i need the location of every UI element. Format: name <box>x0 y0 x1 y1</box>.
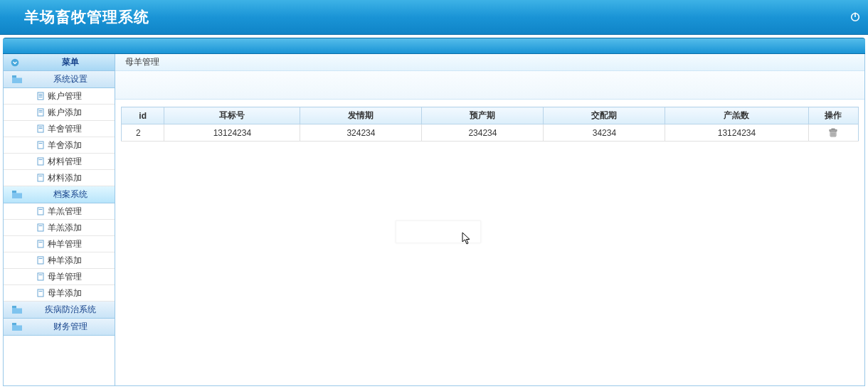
content-toolbar <box>115 71 864 100</box>
svg-rect-31 <box>38 289 43 297</box>
sidebar-cat-system[interactable]: 系统设置 <box>4 71 115 88</box>
sidebar-item-label: 种羊添加 <box>48 255 82 267</box>
cell-lamb: 13124234 <box>665 124 808 142</box>
content-panel: 母羊管理 id 耳标号 发情期 预产期 交配期 产羔数 操作 <box>115 54 865 386</box>
power-icon[interactable] <box>850 11 861 25</box>
sidebar-item-label: 账户添加 <box>48 107 82 119</box>
col-ear[interactable]: 耳标号 <box>164 107 300 124</box>
sidebar-item-label: 羊舍管理 <box>48 123 82 135</box>
svg-rect-23 <box>38 224 43 231</box>
svg-rect-27 <box>38 257 43 264</box>
doc-icon <box>36 124 45 133</box>
sidebar-item-material-add[interactable]: 材料添加 <box>4 170 115 186</box>
sidebar-item-ewe-add[interactable]: 母羊添加 <box>4 285 115 302</box>
doc-icon <box>36 256 45 265</box>
sidebar-item-shed-manage[interactable]: 羊舍管理 <box>4 121 115 137</box>
folder-icon <box>12 306 22 314</box>
sidebar-item-label: 羊羔管理 <box>48 206 82 218</box>
sidebar-cat-label: 疾病防治系统 <box>26 304 115 316</box>
cell-id: 2 <box>122 124 164 142</box>
table-wrap: id 耳标号 发情期 预产期 交配期 产羔数 操作 2 13124234 324… <box>115 100 864 149</box>
svg-rect-21 <box>38 208 43 215</box>
doc-icon <box>36 207 45 215</box>
menu-header-label: 菜单 <box>26 56 115 68</box>
content-header: 母羊管理 <box>115 54 864 71</box>
sidebar-cat-label: 系统设置 <box>26 73 115 85</box>
sidebar-item-label: 材料管理 <box>48 156 82 168</box>
folder-icon <box>12 75 22 84</box>
sidebar: 菜单 系统设置 账户管理 账户添加 羊舍管理 羊舍添加 材料管理 <box>3 54 115 386</box>
sidebar-cat-disease[interactable]: 疾病防治系统 <box>4 302 115 319</box>
folder-icon <box>12 191 22 199</box>
sidebar-item-label: 种羊管理 <box>48 238 82 250</box>
app-header: 羊场畜牧管理系统 <box>0 0 868 35</box>
doc-icon <box>36 240 45 248</box>
menu-header[interactable]: 菜单 <box>4 54 115 71</box>
doc-icon <box>36 108 45 117</box>
sidebar-item-stud-add[interactable]: 种羊添加 <box>4 252 115 269</box>
sidebar-item-lamb-add[interactable]: 羊羔添加 <box>4 220 115 236</box>
doc-icon <box>36 272 45 281</box>
table-row[interactable]: 2 13124234 324234 234234 34234 13124234 <box>122 124 859 142</box>
svg-rect-34 <box>12 323 16 325</box>
doc-icon <box>36 157 45 166</box>
col-action[interactable]: 操作 <box>808 107 858 124</box>
svg-rect-16 <box>38 158 43 165</box>
col-mate[interactable]: 交配期 <box>544 107 665 124</box>
svg-rect-18 <box>38 174 43 181</box>
sidebar-cat-label: 档案系统 <box>26 188 115 201</box>
sidebar-cat-finance[interactable]: 财务管理 <box>4 319 115 336</box>
svg-rect-14 <box>38 142 43 149</box>
svg-rect-33 <box>12 306 16 308</box>
cell-estrus: 324234 <box>300 124 422 142</box>
svg-rect-25 <box>38 240 43 247</box>
doc-icon <box>36 223 45 232</box>
svg-point-2 <box>11 58 19 66</box>
svg-rect-20 <box>12 191 16 193</box>
svg-rect-29 <box>38 273 43 280</box>
sidebar-item-ewe-manage[interactable]: 母羊管理 <box>4 269 115 285</box>
sidebar-cat-label: 财务管理 <box>26 321 115 333</box>
sidebar-item-material-manage[interactable]: 材料管理 <box>4 154 115 170</box>
svg-rect-37 <box>832 129 835 130</box>
doc-icon <box>36 92 45 100</box>
trash-icon[interactable] <box>828 128 838 138</box>
sidebar-cat-archive[interactable]: 档案系统 <box>4 186 115 203</box>
sidebar-item-label: 材料添加 <box>48 172 82 184</box>
sidebar-item-account-add[interactable]: 账户添加 <box>4 105 115 121</box>
col-id[interactable]: id <box>122 107 164 124</box>
col-lamb[interactable]: 产羔数 <box>665 107 808 124</box>
top-blue-bar <box>3 38 865 54</box>
cell-due: 234234 <box>422 124 544 142</box>
app-title: 羊场畜牧管理系统 <box>24 7 149 27</box>
sidebar-item-label: 账户管理 <box>48 90 82 102</box>
sidebar-item-label: 羊舍添加 <box>48 139 82 151</box>
sidebar-item-lamb-manage[interactable]: 羊羔管理 <box>4 203 115 220</box>
table-header-row: id 耳标号 发情期 预产期 交配期 产羔数 操作 <box>122 107 859 124</box>
sidebar-item-label: 羊羔添加 <box>48 222 82 234</box>
data-table: id 耳标号 发情期 预产期 交配期 产羔数 操作 2 13124234 324… <box>121 107 859 142</box>
sidebar-item-stud-manage[interactable]: 种羊管理 <box>4 236 115 252</box>
cell-mate: 34234 <box>544 124 665 142</box>
doc-icon <box>36 174 45 182</box>
cell-ear: 13124234 <box>164 124 300 142</box>
svg-rect-3 <box>12 75 16 78</box>
col-due[interactable]: 预产期 <box>422 107 544 124</box>
doc-icon <box>36 289 45 297</box>
floating-box <box>396 220 481 243</box>
cell-action <box>808 124 858 142</box>
sidebar-item-label: 母羊添加 <box>48 287 82 299</box>
doc-icon <box>36 141 45 149</box>
collapse-icon <box>11 58 19 67</box>
folder-icon <box>12 323 22 331</box>
sidebar-item-shed-add[interactable]: 羊舍添加 <box>4 137 115 154</box>
page-title: 母羊管理 <box>125 56 159 68</box>
sidebar-item-account-manage[interactable]: 账户管理 <box>4 88 115 105</box>
col-estrus[interactable]: 发情期 <box>300 107 422 124</box>
sidebar-item-label: 母羊管理 <box>48 271 82 283</box>
